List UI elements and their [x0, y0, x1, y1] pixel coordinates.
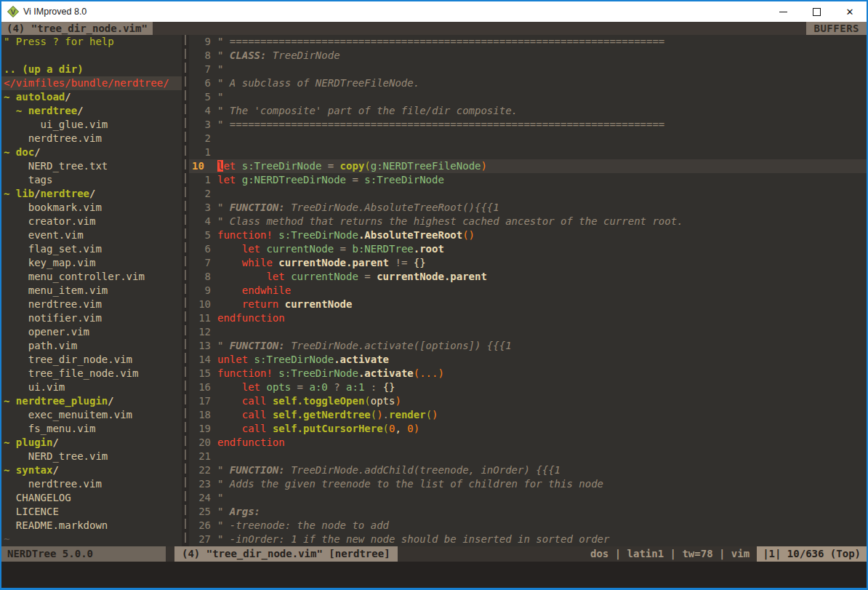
tree-item[interactable]: tags — [1, 173, 182, 187]
code-line[interactable]: 4" Class method that returns the highest… — [189, 215, 867, 228]
code-line[interactable]: 10let s:TreeDirNode = copy(g:NERDTreeFil… — [189, 159, 867, 173]
code-line[interactable]: 20endfunction — [189, 436, 867, 450]
line-number: 5 — [192, 90, 211, 104]
token: self.getNerdtree — [273, 409, 371, 420]
code-line[interactable]: 17 call self.toggleOpen(opts) — [189, 394, 867, 408]
token: exec_menuitem.vim — [4, 409, 132, 420]
token: call — [242, 423, 267, 434]
tree-item[interactable]: ~ syntax/ — [1, 463, 182, 477]
tree-item[interactable]: nerdtree.vim — [1, 132, 182, 145]
code-line[interactable]: 7" — [189, 63, 867, 76]
minimize-button[interactable] — [766, 1, 800, 22]
line-number: 7 — [192, 256, 211, 270]
line-text: " -inOrder: 1 if the new node should be … — [217, 533, 867, 546]
vim-window: V Vi IMproved 8.0 ✕ (4) "tree_dir_node.v… — [0, 0, 868, 590]
code-line[interactable]: 6" A subclass of NERDTreeFileNode. — [189, 76, 867, 90]
code-line[interactable]: 10 return currentNode — [189, 298, 867, 311]
token — [217, 298, 242, 310]
tree-item[interactable] — [1, 49, 182, 63]
tree-item[interactable]: menu_item.vim — [1, 284, 182, 298]
tree-item[interactable]: menu_controller.vim — [1, 270, 182, 284]
tree-item[interactable]: ~ nerdtree/ — [1, 104, 182, 118]
line-text: endfunction — [217, 436, 867, 450]
tree-item[interactable]: tree_dir_node.vim — [1, 353, 182, 367]
tree-item[interactable]: NERD_tree.txt — [1, 159, 182, 173]
tree-item[interactable]: ui.vim — [1, 380, 182, 394]
token: path.vim — [4, 340, 77, 351]
title-bar: V Vi IMproved 8.0 ✕ — [1, 1, 867, 22]
code-line[interactable]: 3" FUNCTION: TreeDirNode.AbsoluteTreeRoo… — [189, 201, 867, 215]
tree-item[interactable]: ~ — [1, 533, 182, 546]
code-line[interactable]: 27" -inOrder: 1 if the new node should b… — [189, 533, 867, 546]
code-line[interactable]: 23" Adds the given treenode to the list … — [189, 477, 867, 491]
tree-item[interactable]: fs_menu.vim — [1, 422, 182, 436]
token: s:TreeDirNode — [242, 160, 322, 172]
token: .activate — [358, 367, 414, 379]
token: FUNCTION: — [230, 340, 285, 351]
tree-item[interactable]: notifier.vim — [1, 311, 182, 325]
tree-item[interactable]: flag_set.vim — [1, 242, 182, 256]
tree-item[interactable]: ~ autoload/ — [1, 90, 182, 104]
code-line[interactable]: 11endfunction — [189, 311, 867, 325]
tree-item[interactable]: key_map.vim — [1, 256, 182, 270]
line-text: " FUNCTION: TreeDirNode.AbsoluteTreeRoot… — [217, 201, 867, 215]
code-line[interactable]: 3" =====================================… — [189, 118, 867, 132]
tree-item[interactable]: README.markdown — [1, 519, 182, 533]
code-line[interactable]: 6 let currentNode = b:NERDTree.root — [189, 242, 867, 256]
code-line[interactable]: 19 call self.putCursorHere(0, 0) — [189, 422, 867, 436]
tree-item[interactable]: path.vim — [1, 339, 182, 353]
code-line[interactable]: 12 — [189, 325, 867, 339]
code-line[interactable]: 1let g:NERDTreeDirNode = s:TreeDirNode — [189, 173, 867, 187]
code-line[interactable]: 13" FUNCTION: TreeDirNode.activate([opti… — [189, 339, 867, 353]
tree-item[interactable]: ui_glue.vim — [1, 118, 182, 132]
code-line[interactable]: 8" CLASS: TreeDirNode — [189, 49, 867, 63]
code-line[interactable]: 9 endwhile — [189, 284, 867, 298]
tree-item[interactable]: LICENCE — [1, 505, 182, 519]
line-text: " — [217, 63, 867, 76]
tree-item[interactable]: ~ doc/ — [1, 145, 182, 159]
code-line[interactable]: 8 let currentNode = currentNode.parent — [189, 270, 867, 284]
tree-item[interactable]: bookmark.vim — [1, 201, 182, 215]
token: .. (up a dir) — [4, 63, 84, 75]
tree-item[interactable]: nerdtree.vim — [1, 477, 182, 491]
token: != — [389, 257, 414, 268]
code-line[interactable]: 1 — [189, 145, 867, 159]
tree-item[interactable]: event.vim — [1, 228, 182, 242]
tree-item[interactable]: CHANGELOG — [1, 491, 182, 505]
code-line[interactable]: 15function! s:TreeDirNode.activate(...) — [189, 367, 867, 380]
tree-item[interactable]: .. (up a dir) — [1, 63, 182, 76]
tree-item[interactable]: opener.vim — [1, 325, 182, 339]
token: b:NERDTree — [352, 243, 413, 255]
code-line[interactable]: 7 while currentNode.parent != {} — [189, 256, 867, 270]
code-line[interactable]: 22" FUNCTION: TreeDirNode.addChild(treen… — [189, 463, 867, 477]
tab-active-buffer[interactable]: (4) "tree_dir_node.vim" — [1, 22, 153, 35]
window-split-divider[interactable] — [182, 35, 189, 546]
tree-item[interactable]: tree_file_node.vim — [1, 367, 182, 380]
code-line[interactable]: 2 — [189, 132, 867, 145]
code-line[interactable]: 25" Args: — [189, 505, 867, 519]
code-line[interactable]: 21 — [189, 450, 867, 463]
tree-item[interactable]: ~ nerdtree_plugin/ — [1, 394, 182, 408]
code-line[interactable]: 4" The 'composite' part of the file/dir … — [189, 104, 867, 118]
token — [285, 271, 291, 282]
tree-item[interactable]: ~ lib/nerdtree/ — [1, 187, 182, 201]
tree-item[interactable]: nerdtree.vim — [1, 298, 182, 311]
code-line[interactable]: 9" =====================================… — [189, 35, 867, 49]
tree-item[interactable]: ~ plugin/ — [1, 436, 182, 450]
tree-item[interactable]: NERD_tree.vim — [1, 450, 182, 463]
tree-item[interactable]: " Press ? for help — [1, 35, 182, 49]
code-line[interactable]: 5function! s:TreeDirNode.AbsoluteTreeRoo… — [189, 228, 867, 242]
code-line[interactable]: 5" — [189, 90, 867, 104]
code-line[interactable]: 24" — [189, 491, 867, 505]
code-line[interactable]: 26" -treenode: the node to add — [189, 519, 867, 533]
maximize-button[interactable] — [800, 1, 833, 22]
tree-item[interactable]: </vimfiles/bundle/nerdtree/ — [1, 76, 182, 90]
tree-item[interactable]: creator.vim — [1, 215, 182, 228]
code-line[interactable]: 14unlet s:TreeDirNode.activate — [189, 353, 867, 367]
tree-item[interactable]: exec_menuitem.vim — [1, 408, 182, 422]
code-line[interactable]: 16 let opts = a:0 ? a:1 : {} — [189, 380, 867, 394]
token: / — [52, 436, 58, 448]
close-button[interactable]: ✕ — [833, 1, 867, 22]
code-line[interactable]: 18 call self.getNerdtree().render() — [189, 408, 867, 422]
code-line[interactable]: 2 — [189, 187, 867, 201]
